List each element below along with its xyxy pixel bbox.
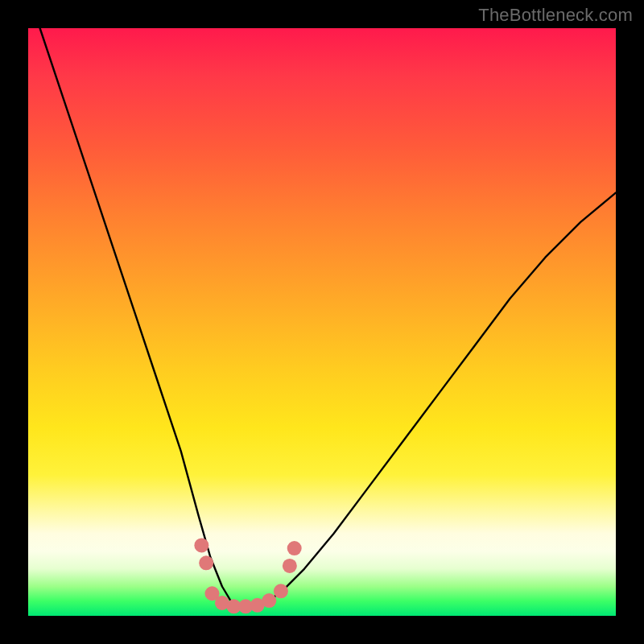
curve-marker: [194, 538, 208, 552]
curve-layer: [40, 28, 616, 607]
bottleneck-curve: [40, 28, 616, 607]
plot-area: [28, 28, 616, 616]
marker-layer: [194, 538, 301, 613]
chart-frame: TheBottleneck.com: [0, 0, 644, 644]
curve-marker: [287, 541, 302, 555]
curve-svg: [28, 28, 616, 616]
curve-marker: [283, 559, 297, 573]
curve-marker: [199, 555, 213, 570]
curve-marker: [274, 584, 288, 598]
curve-marker: [262, 593, 276, 608]
watermark-text: TheBottleneck.com: [478, 5, 633, 26]
